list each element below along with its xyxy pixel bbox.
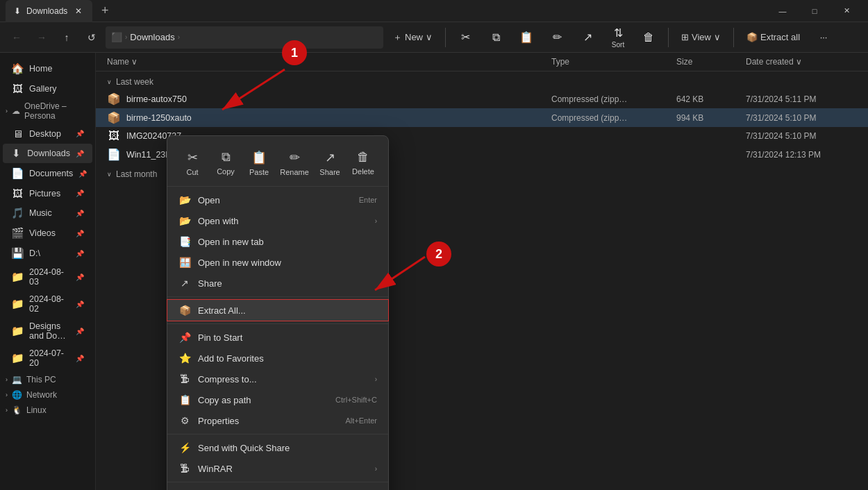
file-date-1: 7/31/2024 5:11 PM xyxy=(746,94,857,104)
ctx-pin-to-start[interactable]: 📌 Pin to Start xyxy=(167,327,388,348)
sidebar-item-2024-08-03[interactable]: 📁 2024-08-03 📌 xyxy=(3,264,92,290)
sidebar-item-gallery[interactable]: 🖼 Gallery xyxy=(3,79,92,98)
sidebar-item-music[interactable]: 🎵 Music 📌 xyxy=(3,203,92,223)
ctx-compress-icon: 🗜 xyxy=(178,373,191,385)
music-icon: 🎵 xyxy=(11,207,24,219)
sidebar-item-downloads[interactable]: ⬇ Downloads 📌 xyxy=(3,144,92,163)
ctx-quick-share[interactable]: ⚡ Send with Quick Share xyxy=(167,437,388,458)
sidebar-section-network[interactable]: › 🌐 Network xyxy=(0,387,95,403)
minimize-button[interactable]: — xyxy=(767,0,799,22)
ctx-rename-button[interactable]: ✏ Rename xyxy=(276,146,313,180)
file-name-birme-1250xauto: birme-1250xauto xyxy=(126,113,192,123)
annotation-2: 2 xyxy=(426,242,451,267)
sidebar-item-2024-08-02[interactable]: 📁 2024-08-02 📌 xyxy=(3,291,92,317)
file-type-1: Compressed (zipp… xyxy=(551,94,676,104)
ctx-paste-button[interactable]: 📋 Paste xyxy=(242,146,276,180)
view-button[interactable]: ⊞ View ∨ xyxy=(674,26,728,49)
ctx-open-new-window-icon: 🪟 xyxy=(178,257,191,268)
folder-2024-08-02-pin: 📌 xyxy=(76,301,84,308)
delete-button[interactable]: 🗑 xyxy=(635,24,662,51)
sidebar: 🏠 Home 🖼 Gallery › ☁ OneDrive – Persona … xyxy=(0,53,96,490)
file-row-birme-autox750[interactable]: 📦 birme-autox750 Compressed (zipp… 642 K… xyxy=(96,90,868,108)
sidebar-item-designs[interactable]: 📁 Designs and Do… 📌 xyxy=(3,318,92,344)
sidebar-item-videos[interactable]: 🎬 Videos 📌 xyxy=(3,223,92,243)
sort-button[interactable]: ⇅ Sort xyxy=(604,24,632,51)
ctx-winrar[interactable]: 🗜 WinRAR › xyxy=(167,458,388,479)
documents-pin: 📌 xyxy=(78,170,87,178)
new-button[interactable]: ＋ New ∨ xyxy=(386,26,440,49)
tab-close-button[interactable]: ✕ xyxy=(73,6,84,17)
gallery-icon: 🖼 xyxy=(11,83,24,94)
videos-pin: 📌 xyxy=(76,230,84,237)
tab-icon: ⬇ xyxy=(14,6,21,16)
sidebar-section-thispc[interactable]: › 💻 This PC xyxy=(0,372,95,387)
ctx-sep-4 xyxy=(167,482,388,482)
sidebar-section-onedrive[interactable]: › ☁ OneDrive – Persona xyxy=(0,99,95,124)
sidebar-item-documents[interactable]: 📄 Documents 📌 xyxy=(3,164,92,183)
ctx-extract-all[interactable]: 📦 Extract All... xyxy=(167,300,388,321)
col-type: Type xyxy=(551,57,676,67)
ctx-open[interactable]: 📂 Open Enter xyxy=(167,189,388,210)
videos-icon: 🎬 xyxy=(11,227,24,239)
view-arrow: ∨ xyxy=(714,32,721,42)
rename-button[interactable]: ✏ xyxy=(543,24,571,51)
ctx-copy-path[interactable]: 📋 Copy as path Ctrl+Shift+C xyxy=(167,389,388,410)
sort-icon: ⇅ xyxy=(614,26,623,40)
forward-button[interactable]: → xyxy=(31,26,53,49)
ctx-quick-share-label: Send with Quick Share xyxy=(198,443,290,453)
tab-downloads[interactable]: ⬇ Downloads ✕ xyxy=(6,0,92,22)
file-row-birme-1250xauto[interactable]: 📦 birme-1250xauto Compressed (zipp… 994 … xyxy=(96,108,868,127)
ctx-open-new-tab[interactable]: 📑 Open in new tab xyxy=(167,231,388,252)
paste-button[interactable]: 📋 xyxy=(512,24,540,51)
group-last-month-label: Last month xyxy=(116,169,157,179)
cut-button[interactable]: ✂ xyxy=(451,24,479,51)
ctx-properties[interactable]: ⚙ Properties Alt+Enter xyxy=(167,410,388,431)
group-last-week[interactable]: ∨ Last week xyxy=(96,71,868,90)
new-tab-button[interactable]: + xyxy=(95,1,115,21)
ctx-cut-button[interactable]: ✂ Cut xyxy=(176,146,209,180)
ctx-delete-button[interactable]: 🗑 Delete xyxy=(347,146,380,180)
ctx-show-more[interactable]: ⬛ Show more options xyxy=(167,485,388,490)
ctx-compress-arrow: › xyxy=(375,375,377,383)
sidebar-item-home-label: Home xyxy=(29,64,52,74)
refresh-button[interactable]: ↺ xyxy=(81,26,103,49)
sidebar-item-2024-07-20[interactable]: 📁 2024-07-20 📌 xyxy=(3,345,92,371)
ctx-properties-shortcut: Alt+Enter xyxy=(345,416,377,425)
ctx-open-new-window[interactable]: 🪟 Open in new window xyxy=(167,252,388,273)
ctx-copy-button[interactable]: ⧉ Copy xyxy=(209,146,242,180)
d-drive-icon: 💾 xyxy=(11,247,24,260)
sidebar-item-desktop[interactable]: 🖥 Desktop 📌 xyxy=(3,124,92,143)
breadcrumb[interactable]: ⬛ › Downloads › xyxy=(106,26,383,49)
folder-2024-07-20-pin: 📌 xyxy=(76,355,84,362)
breadcrumb-root-icon: ⬛ xyxy=(111,32,122,42)
sidebar-section-linux[interactable]: › 🐧 Linux xyxy=(0,403,95,418)
ctx-open-new-tab-label: Open in new tab xyxy=(198,237,264,247)
sidebar-item-pictures-label: Pictures xyxy=(29,189,60,198)
sidebar-item-designs-label: Designs and Do… xyxy=(29,321,70,341)
more-options-button[interactable]: ··· xyxy=(810,24,837,51)
sidebar-item-home[interactable]: 🏠 Home xyxy=(3,59,92,78)
copy-button[interactable]: ⧉ xyxy=(482,24,510,51)
up-button[interactable]: ↑ xyxy=(56,26,78,49)
linux-label: Linux xyxy=(26,405,47,415)
ctx-share[interactable]: ↗ Share xyxy=(167,273,388,294)
sidebar-item-d-drive[interactable]: 💾 D:\ 📌 xyxy=(3,244,92,263)
ctx-compress-to[interactable]: 🗜 Compress to... › xyxy=(167,369,388,389)
ctx-winrar-arrow: › xyxy=(375,465,377,473)
ctx-open-with[interactable]: 📂 Open with › xyxy=(167,210,388,231)
share-button[interactable]: ↗ xyxy=(574,24,601,51)
group-last-month-arrow: ∨ xyxy=(107,171,112,178)
extract-label: Extract all xyxy=(760,32,800,42)
designs-icon: 📁 xyxy=(11,325,24,337)
extract-all-button[interactable]: 📦 Extract all xyxy=(740,26,807,49)
ctx-rename-label: Rename xyxy=(280,168,309,176)
back-button[interactable]: ← xyxy=(6,26,28,49)
sidebar-item-pictures[interactable]: 🖼 Pictures 📌 xyxy=(3,184,92,203)
maximize-button[interactable]: □ xyxy=(799,0,831,22)
ctx-add-favorites[interactable]: ⭐ Add to Favorites xyxy=(167,348,388,369)
ctx-cut-icon: ✂ xyxy=(187,150,198,165)
ctx-share-button[interactable]: ↗ Share xyxy=(313,146,347,180)
pictures-pin: 📌 xyxy=(76,189,84,197)
close-button[interactable]: ✕ xyxy=(831,0,862,22)
ctx-share-label2: Share xyxy=(198,278,222,289)
